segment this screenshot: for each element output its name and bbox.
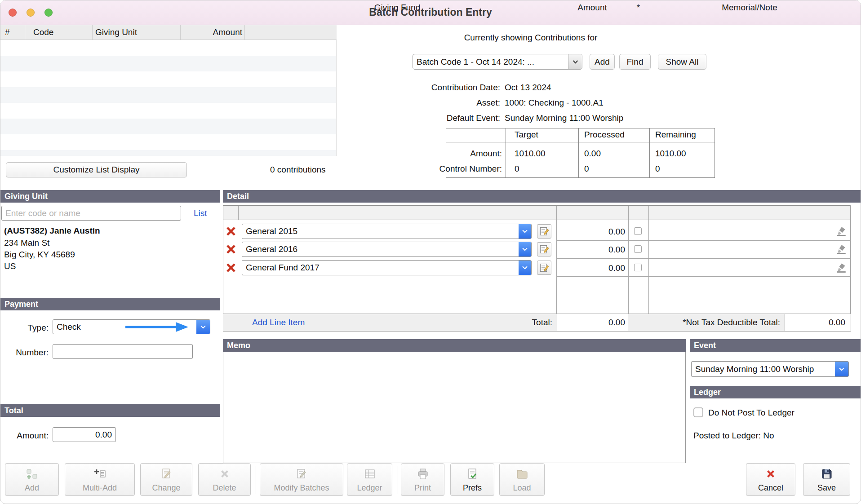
batch-find-button[interactable]: Find: [619, 54, 651, 70]
batch-select[interactable]: Batch Code 1 - Oct 14 2024: ...: [413, 54, 582, 70]
edit-fund-icon[interactable]: [537, 261, 551, 275]
asset-value: 1000: Checking - 1000.A1: [505, 97, 604, 109]
chevron-down-icon: [568, 54, 582, 69]
column-giving-unit[interactable]: Giving Unit: [93, 25, 181, 40]
multi-add-icon: [93, 467, 107, 482]
toolbar-modify-batches-button[interactable]: Modify Batches: [260, 463, 343, 496]
contribution-list-body[interactable]: [0, 40, 337, 156]
cancel-icon: [764, 467, 777, 482]
edit-fund-icon[interactable]: [537, 224, 551, 239]
grid-line: [648, 206, 649, 332]
giving-unit-address-line2: Big City, KY 45689: [4, 249, 75, 261]
summary-col-remaining: Remaining: [655, 129, 696, 141]
detail-section-header: Detail: [223, 190, 861, 203]
giving-unit-list-link[interactable]: List: [194, 208, 207, 219]
edit-fund-icon[interactable]: [537, 242, 551, 256]
ntd-total-value: 0.00: [784, 317, 845, 328]
toolbar-button-label: Change: [152, 483, 180, 492]
detail-total-value: 0.00: [564, 317, 625, 328]
not-tax-deductible-checkbox[interactable]: [634, 264, 642, 271]
summary-control-processed: 0: [584, 163, 589, 175]
toolbar-button-label: Prefs: [463, 483, 482, 492]
default-event-label: Default Event:: [382, 112, 500, 124]
line-amount-value[interactable]: 0.00: [564, 262, 625, 274]
toolbar-button-label: Save: [817, 483, 836, 492]
memorial-stamp-icon[interactable]: [835, 225, 847, 237]
add-line-item-link[interactable]: Add Line Item: [252, 317, 305, 328]
batch-add-button[interactable]: Add: [590, 54, 615, 70]
payment-number-input[interactable]: [53, 344, 193, 359]
giving-unit-section-header: Giving Unit: [0, 190, 220, 203]
event-select[interactable]: Sunday Morning 11:00 Worship: [691, 361, 849, 377]
detail-col-giving-fund: Giving Fund: [240, 2, 555, 13]
column-number[interactable]: #: [0, 25, 25, 40]
summary-control-label: Control Number:: [430, 163, 502, 175]
grid-line: [506, 128, 506, 177]
ledger-icon: [363, 467, 377, 482]
toolbar-button-label: Delete: [213, 483, 236, 492]
giving-unit-name: (AUST382) Janie Austin: [4, 225, 100, 237]
toolbar-separator: [256, 466, 256, 494]
toolbar-prefs-button[interactable]: Prefs: [450, 463, 494, 496]
save-icon: [820, 467, 834, 482]
toolbar-print-button[interactable]: Print: [401, 463, 444, 496]
do-not-post-checkbox[interactable]: [693, 407, 703, 417]
event-section-header: Event: [690, 339, 861, 352]
column-code[interactable]: Code: [25, 25, 93, 40]
toolbar-add-button[interactable]: Add: [5, 463, 59, 496]
cancel-button[interactable]: Cancel: [746, 463, 795, 496]
do-not-post-label: Do Not Post To Ledger: [708, 407, 794, 419]
giving-fund-select[interactable]: General 2016: [242, 242, 532, 257]
toolbar-button-label: Load: [513, 483, 531, 492]
grid-line: [223, 331, 851, 332]
currently-showing-heading: Currently showing Contributions for: [405, 32, 657, 44]
giving-fund-select[interactable]: General 2015: [242, 224, 532, 239]
toolbar-ledger-button[interactable]: Ledger: [347, 463, 392, 496]
grid-line: [850, 205, 851, 332]
grid-line: [557, 258, 850, 259]
giving-fund-value: General Fund 2017: [242, 261, 519, 275]
line-amount-value[interactable]: 0.00: [564, 244, 625, 256]
chevron-down-icon: [835, 362, 848, 376]
not-tax-deductible-checkbox[interactable]: [634, 245, 642, 253]
toolbar-multi-add-button[interactable]: Multi-Add: [65, 463, 135, 496]
detail-table-header: [223, 205, 851, 220]
toolbar-separator: [398, 466, 398, 494]
toolbar-load-button[interactable]: Load: [499, 463, 545, 496]
chevron-down-icon: [196, 320, 210, 334]
grid-line: [578, 128, 579, 177]
toolbar-delete-button[interactable]: Delete: [198, 463, 251, 496]
line-amount-value[interactable]: 0.00: [564, 226, 625, 238]
toolbar-button-label: Multi-Add: [83, 483, 117, 492]
delete-line-icon[interactable]: [225, 261, 237, 274]
grid-line: [446, 142, 715, 142]
summary-control-remaining: 0: [655, 163, 660, 175]
memo-textarea[interactable]: [223, 352, 686, 463]
column-amount[interactable]: Amount: [181, 25, 245, 40]
toolbar-button-label: Ledger: [357, 483, 382, 492]
giving-unit-address-line1: 234 Main St: [4, 237, 49, 249]
memorial-stamp-icon[interactable]: [835, 243, 847, 255]
memorial-stamp-icon[interactable]: [835, 262, 847, 274]
grid-line: [223, 205, 223, 332]
grid-line: [446, 128, 715, 128]
batch-show-all-button[interactable]: Show All: [658, 54, 706, 70]
total-amount-label: Amount:: [0, 430, 49, 442]
delete-line-icon[interactable]: [225, 225, 237, 238]
change-icon: [160, 467, 173, 482]
customize-list-display-button[interactable]: Customize List Display: [6, 162, 187, 177]
giving-fund-select[interactable]: General Fund 2017: [242, 260, 532, 275]
grid-line: [557, 240, 850, 241]
toolbar-change-button[interactable]: Change: [140, 463, 192, 496]
detail-col-memorial: Memorial/Note: [648, 2, 851, 13]
summary-col-processed: Processed: [584, 129, 625, 141]
print-icon: [416, 467, 430, 482]
delete-icon: [218, 467, 231, 482]
delete-line-icon[interactable]: [225, 243, 237, 256]
contribution-count: 0 contributions: [270, 164, 326, 176]
not-tax-deductible-checkbox[interactable]: [634, 227, 642, 235]
giving-fund-value: General 2015: [242, 224, 519, 239]
total-amount-input[interactable]: [53, 427, 116, 442]
giving-unit-search-input[interactable]: [1, 206, 181, 221]
save-button[interactable]: Save: [803, 463, 850, 496]
